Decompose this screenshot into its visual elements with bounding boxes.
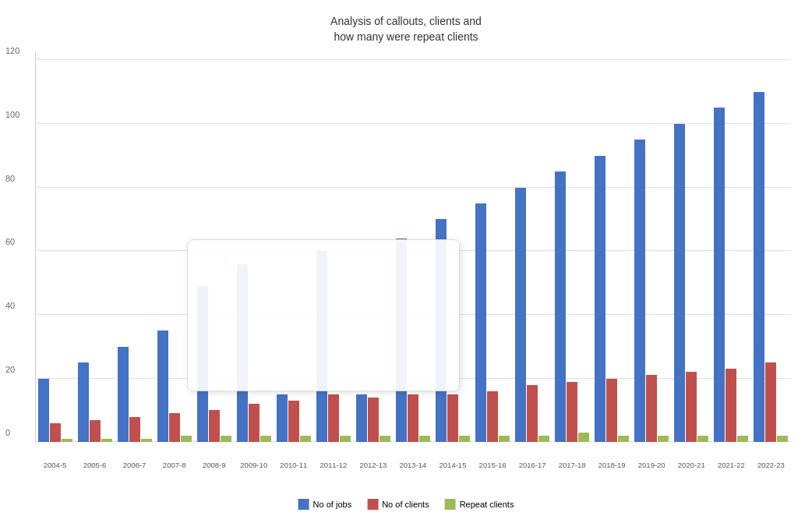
legend: No of jobsNo of clientsRepeat clients [298,499,514,510]
x-axis-label: 2017-18 [559,461,586,469]
x-axis-label: 2004-5 [44,461,67,469]
x-axis-label: 2019-20 [638,461,665,469]
bar-repeat [419,436,430,442]
legend-color-box [445,499,456,510]
bar-repeat [260,436,271,442]
bar-repeat [737,436,748,442]
bar-clients [487,391,498,442]
bar-clients [50,423,61,443]
bar-clients [606,379,617,443]
bar-repeat [181,436,192,442]
bar-repeat [658,436,669,442]
legend-color-box [367,499,378,510]
bar-repeat [340,436,351,442]
bar-clients [726,369,736,442]
year-group: 2010-11 [274,394,313,442]
bar-repeat [697,436,708,442]
bar-repeat [499,436,510,442]
chart-title: Analysis of callouts, clients and how ma… [0,0,812,44]
bar-clients [129,417,140,443]
x-axis-label: 2021-22 [718,461,745,469]
bar-repeat [578,433,589,442]
bar-clients [686,372,697,442]
bar-clients [90,420,101,443]
year-group: 2020-21 [672,124,711,442]
year-group: 2019-20 [632,140,672,442]
y-axis-label: 80 [5,174,15,183]
y-axis-label: 60 [5,237,15,246]
y-axis-label: 100 [5,110,19,119]
bar-repeat [380,436,390,442]
year-group: 2022-23 [751,92,791,442]
legend-color-box [298,499,309,510]
bar-jobs [38,379,49,443]
bar-clients [328,394,339,442]
x-axis-label: 2016-17 [519,461,546,469]
x-axis-label: 2011-12 [320,461,347,469]
bar-clients [646,375,657,442]
bar-jobs [634,140,645,442]
bar-jobs [356,394,367,442]
legend-item: No of jobs [298,499,352,510]
bar-repeat [300,436,311,442]
legend-label: Repeat clients [460,500,514,509]
year-group: 2005-6 [75,362,115,442]
legend-item: Repeat clients [445,499,514,510]
year-group: 2004-5 [35,379,75,443]
chart-container: Analysis of callouts, clients and how ma… [0,0,812,516]
x-axis-label: 2015-16 [479,461,507,469]
chart-area: 020406080100120 2004-52005-62006-72007-8… [35,52,791,473]
bar-clients [527,385,538,443]
x-axis-label: 2006-7 [123,461,147,469]
x-axis-label: 2014-15 [440,461,467,469]
bar-clients [447,394,458,442]
bar-jobs [277,394,288,442]
x-axis-label: 2009-10 [240,461,267,469]
x-axis-label: 2020-21 [678,461,705,469]
x-axis-label: 2012-13 [359,461,387,469]
bar-repeat [141,439,152,442]
bar-clients [249,404,259,442]
x-axis-label: 2022-23 [757,461,785,469]
bar-clients [408,394,418,442]
legend-label: No of jobs [313,500,352,509]
bar-repeat [618,436,629,442]
tooltip-box [187,239,460,391]
bar-jobs [78,362,89,442]
bar-clients [567,382,577,443]
year-group: 2018-19 [592,156,632,443]
bar-repeat [459,436,470,442]
y-axis-label: 120 [5,46,19,55]
bar-clients [368,398,379,442]
year-group: 2017-18 [553,171,592,442]
x-axis-label: 2010-11 [280,461,307,469]
year-group: 2016-17 [513,188,553,443]
y-axis-label: 20 [5,365,15,374]
legend-item: No of clients [367,499,429,510]
x-axis-label: 2008-9 [203,461,226,469]
x-axis-label: 2007-8 [163,461,186,469]
bar-jobs [674,124,685,442]
year-group: 2015-16 [473,203,513,442]
bar-repeat [777,436,788,442]
legend-label: No of clients [382,500,429,509]
y-axis-label: 0 [5,428,10,437]
bar-repeat [221,436,231,442]
bar-repeat [62,439,72,442]
bar-clients [765,362,776,442]
bar-repeat [101,439,112,442]
x-axis-label: 2013-14 [400,461,427,469]
bar-jobs [475,203,486,442]
bar-jobs [595,156,605,443]
bar-jobs [515,188,526,443]
year-group: 2021-22 [711,108,751,442]
y-axis-label: 40 [5,301,15,310]
bar-repeat [538,436,549,442]
bar-jobs [555,171,566,442]
year-group: 2012-13 [353,394,393,442]
bar-clients [169,413,180,442]
x-axis-label: 2005-6 [83,461,107,469]
bar-clients [288,401,299,442]
bar-jobs [754,92,764,442]
bar-jobs [157,330,168,442]
